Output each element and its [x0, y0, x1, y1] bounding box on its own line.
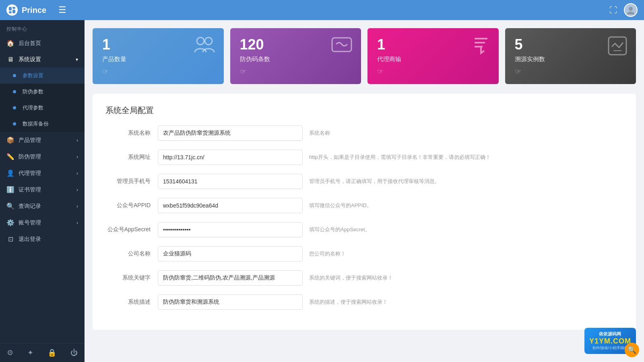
sidebar-agent-label: 代理管理	[19, 170, 41, 177]
settings-bottom-icon[interactable]: ⚙	[7, 348, 13, 357]
cert-arrow: ›	[76, 187, 78, 193]
stat-card-trace: 5 溯源实例数 ☞	[505, 28, 636, 84]
sidebar-item-home[interactable]: 🏠 后台首页	[0, 35, 85, 51]
main-layout: 控制中心 🏠 后台首页 🖥 系统设置 ▾ 参数设置 防伪参数 代理参数	[0, 20, 644, 362]
input-keywords[interactable]	[158, 270, 303, 286]
watermark-line1: 依依源码网	[599, 331, 621, 337]
svg-rect-1	[12, 7, 15, 9]
topbar-right: ⛶	[609, 3, 638, 17]
label-keywords: 系统关键字	[105, 274, 158, 282]
expand-icon[interactable]: ⛶	[609, 6, 617, 15]
hint-keywords: 系统的关键词，便于搜索网站收录！	[309, 274, 393, 282]
watermark-line2: Y1YM.COM	[589, 337, 631, 346]
system-arrow: ▾	[76, 57, 78, 62]
stat-card-product: 1 产品数量 ☞	[93, 28, 224, 84]
sidebar-item-agent[interactable]: 👤 代理管理 ›	[0, 165, 85, 181]
sidebar-product-label: 产品管理	[19, 137, 41, 144]
input-description[interactable]	[158, 294, 303, 310]
lock-bottom-icon[interactable]: 🔒	[47, 348, 56, 357]
svg-point-4	[629, 7, 633, 11]
form-row-appid: 公众号APPID 填写微信公众号的APPID。	[105, 198, 623, 213]
form-row-admin-phone: 管理员手机号 管理员手机号，请正确填写，用于接收代理审核等消息。	[105, 174, 623, 189]
input-appid[interactable]	[158, 198, 303, 213]
active-dot	[13, 74, 16, 77]
product-icon: 📦	[6, 136, 14, 144]
watermark-circle-icon: 🔍	[625, 343, 639, 357]
form-row-keywords: 系统关键字 系统的关键词，便于搜索网站收录！	[105, 270, 623, 286]
agent-icon: 👤	[6, 169, 14, 177]
stat-product-icon	[193, 35, 216, 58]
config-title: 系统全局配置	[105, 105, 623, 116]
form-row-company-name: 公司名称 您公司的名称！	[105, 246, 623, 261]
sidebar-item-product[interactable]: 📦 产品管理 ›	[0, 132, 85, 148]
stat-card-agent: 1 代理商输 ☞	[367, 28, 499, 84]
stat-trace-footer[interactable]: ☞	[515, 63, 627, 76]
dot-3	[13, 106, 16, 109]
svg-rect-0	[9, 7, 12, 10]
topbar: Prince ☰ ⛶	[0, 0, 644, 20]
stat-agent-icon	[471, 35, 491, 59]
label-system-name: 系统名称	[105, 130, 158, 137]
stat-product-footer[interactable]: ☞	[102, 63, 214, 76]
agent-arrow: ›	[76, 171, 78, 176]
sidebar-system-label: 系统设置	[19, 56, 41, 63]
sidebar-param-label: 参数设置	[23, 72, 43, 79]
sidebar-antifake-label: 防伪管理	[19, 153, 41, 160]
sidebar-antifake-param-label: 防伪参数	[23, 88, 43, 95]
menu-toggle-icon[interactable]: ☰	[58, 5, 66, 15]
label-appid: 公众号APPID	[105, 202, 158, 209]
stat-trace-icon	[607, 35, 628, 61]
form-row-appsecret: 公众号AppSecret 填写公众号的AppSecret。	[105, 222, 623, 237]
form-row-system-url: 系统网址 http开头，如果是子目录使用，需填写子目录名！非常重要，请勿必填写正…	[105, 150, 623, 165]
sidebar-subitem-db-backup[interactable]: 数据库备份	[0, 116, 85, 132]
sidebar-subitem-agent-param[interactable]: 代理参数	[0, 100, 85, 116]
svg-point-5	[627, 12, 634, 14]
sidebar-subitem-param[interactable]: 参数设置	[0, 68, 85, 84]
account-arrow: ›	[76, 220, 78, 226]
dot-4	[13, 122, 16, 125]
antifake-icon: ✏️	[6, 153, 14, 160]
stat-antifake-icon	[330, 35, 353, 58]
input-appsecret[interactable]	[158, 222, 303, 237]
product-arrow: ›	[76, 138, 78, 143]
sidebar-item-antifake[interactable]: ✏️ 防伪管理 ›	[0, 148, 85, 165]
logo	[6, 4, 18, 16]
home-icon: 🏠	[6, 39, 14, 47]
account-icon: ⚙️	[6, 219, 14, 226]
hint-appid: 填写微信公众号的APPID。	[309, 202, 372, 209]
sidebar-agent-param-label: 代理参数	[23, 104, 43, 111]
sidebar-item-query[interactable]: 🔍 查询记录 ›	[0, 198, 85, 214]
stat-card-antifake: 120 防伪码条数 ☞	[230, 28, 361, 84]
app-title: Prince	[22, 6, 46, 15]
input-admin-phone[interactable]	[158, 174, 303, 189]
query-arrow: ›	[76, 204, 78, 209]
sidebar-logout-label: 退出登录	[19, 236, 41, 243]
query-icon: 🔍	[6, 202, 14, 210]
hint-system-name: 系统名称	[309, 130, 330, 137]
config-section: 系统全局配置 系统名称 系统名称 系统网址 http开头，如果是子目录使用，需填…	[93, 94, 636, 330]
label-admin-phone: 管理员手机号	[105, 178, 158, 185]
stat-agent-footer[interactable]: ☞	[377, 63, 489, 76]
sidebar-item-system[interactable]: 🖥 系统设置 ▾	[0, 51, 85, 68]
watermark: 依依源码网 Y1YM.COM 软件/游戏/小程序/插件 🔍	[584, 328, 636, 354]
svg-rect-2	[12, 10, 15, 13]
power-bottom-icon[interactable]: ⏻	[70, 349, 78, 357]
stat-antifake-footer[interactable]: ☞	[240, 63, 352, 76]
sidebar-db-backup-label: 数据库备份	[23, 120, 49, 128]
label-company-name: 公司名称	[105, 250, 158, 257]
form-row-description: 系统描述 系统的描述，便于搜索网站收录！	[105, 294, 623, 310]
sidebar-item-account[interactable]: ⚙️ 账号管理 ›	[0, 214, 85, 231]
user-avatar[interactable]	[624, 3, 638, 17]
input-system-url[interactable]	[158, 150, 303, 165]
watermark-line3: 软件/游戏/小程序/插件	[592, 346, 628, 351]
sidebar-home-label: 后台首页	[19, 40, 41, 47]
svg-rect-3	[9, 11, 12, 13]
input-company-name[interactable]	[158, 246, 303, 261]
hint-company-name: 您公司的名称！	[309, 250, 346, 257]
sidebar-item-logout[interactable]: ⊡ 退出登录	[0, 231, 85, 247]
sidebar-item-cert[interactable]: ℹ️ 证书管理 ›	[0, 181, 85, 198]
star-bottom-icon[interactable]: ✦	[27, 348, 33, 357]
input-system-name[interactable]	[158, 125, 303, 141]
sidebar-subitem-antifake-param[interactable]: 防伪参数	[0, 84, 85, 100]
svg-point-7	[205, 37, 212, 45]
